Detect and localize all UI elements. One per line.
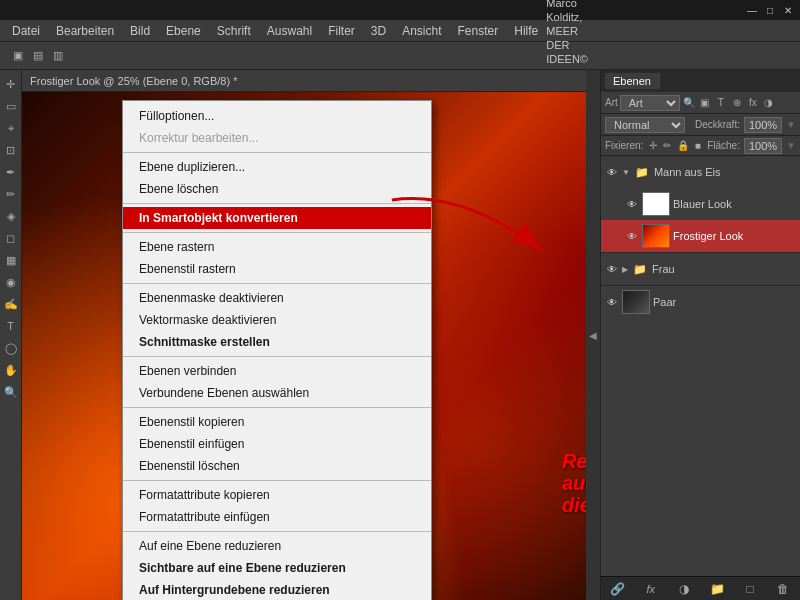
tool-blur[interactable]: ◉ — [1, 272, 21, 292]
layer-row-frostiger-look[interactable]: 👁 Frostiger Look — [601, 220, 800, 252]
tool-crop[interactable]: ⊡ — [1, 140, 21, 160]
tool-eyedropper[interactable]: ✒ — [1, 162, 21, 182]
menu-ebene[interactable]: Ebene — [158, 22, 209, 40]
opacity-arrow[interactable]: ▼ — [786, 119, 796, 130]
panel-tab-ebenen[interactable]: Ebenen — [605, 73, 660, 89]
toolbar-btn-2[interactable]: ▤ — [28, 46, 48, 66]
ctx-rastern[interactable]: Ebene rastern — [123, 236, 431, 258]
menu-auswahl[interactable]: Auswahl — [259, 22, 320, 40]
filter-icon-3[interactable]: ⊕ — [730, 96, 744, 110]
expand-icon-frau[interactable]: ▶ — [622, 265, 628, 274]
ctx-stil-einfuegen[interactable]: Ebenenstil einfügen — [123, 433, 431, 455]
filter-icon-1[interactable]: ▣ — [698, 96, 712, 110]
new-group-button[interactable]: 📁 — [707, 579, 727, 599]
layer-row-paar[interactable]: 👁 Paar — [601, 286, 800, 318]
menu-filter[interactable]: Filter — [320, 22, 363, 40]
ctx-stil-kopieren[interactable]: Ebenenstil kopieren — [123, 411, 431, 433]
opacity-value[interactable]: 100% — [744, 117, 782, 133]
ctx-verbundene[interactable]: Verbundene Ebenen auswählen — [123, 382, 431, 404]
layer-name-mann-aus-eis: Mann aus Eis — [654, 166, 796, 178]
context-menu: Fülloptionen... Korrektur bearbeiten... … — [122, 100, 432, 600]
menu-schrift[interactable]: Schrift — [209, 22, 259, 40]
tool-brush[interactable]: ✏ — [1, 184, 21, 204]
tool-hand[interactable]: ✋ — [1, 360, 21, 380]
tool-gradient[interactable]: ▦ — [1, 250, 21, 270]
tool-move[interactable]: ✛ — [1, 74, 21, 94]
ctx-loeschen[interactable]: Ebene löschen — [123, 178, 431, 200]
ctx-reduzieren[interactable]: Auf eine Ebene reduzieren — [123, 535, 431, 557]
ctx-sep-1 — [123, 152, 431, 153]
menu-ansicht[interactable]: Ansicht — [394, 22, 449, 40]
flaeche-arrow[interactable]: ▼ — [786, 140, 796, 151]
menu-fenster[interactable]: Fenster — [450, 22, 507, 40]
visibility-icon-mann[interactable]: 👁 — [605, 165, 619, 179]
canvas-filename: Frostiger Look @ 25% (Ebene 0, RGB/8) * — [30, 75, 237, 87]
link-layers-button[interactable]: 🔗 — [608, 579, 628, 599]
blend-mode-dropdown[interactable]: Normal — [605, 117, 685, 133]
layer-name-frau: Frau — [652, 263, 796, 275]
tool-select[interactable]: ▭ — [1, 96, 21, 116]
toolbar-btn-3[interactable]: ▥ — [48, 46, 68, 66]
tool-eraser[interactable]: ◻ — [1, 228, 21, 248]
visibility-icon-frostiger[interactable]: 👁 — [625, 229, 639, 243]
layer-row-mann-aus-eis[interactable]: 👁 ▼ 📁 Mann aus Eis — [601, 156, 800, 188]
fx-button[interactable]: fx — [641, 579, 661, 599]
visibility-icon-blauer[interactable]: 👁 — [625, 197, 639, 211]
fix-icon-3[interactable]: 🔒 — [677, 139, 689, 153]
ctx-maske-deaktivieren[interactable]: Ebenenmaske deaktivieren — [123, 287, 431, 309]
ctx-sep-3 — [123, 232, 431, 233]
menu-bar: Datei Bearbeiten Bild Ebene Schrift Ausw… — [0, 20, 800, 42]
left-tools-panel: ✛ ▭ ⌖ ⊡ ✒ ✏ ◈ ◻ ▦ ◉ ✍ T ◯ ✋ 🔍 — [0, 70, 22, 600]
ctx-schnittmaske[interactable]: Schnittmaske erstellen — [123, 331, 431, 353]
menu-datei[interactable]: Datei — [4, 22, 48, 40]
ctx-duplizieren[interactable]: Ebene duplizieren... — [123, 156, 431, 178]
ctx-sichtbare[interactable]: Sichtbare auf eine Ebene reduzieren — [123, 557, 431, 579]
ctx-stilrastern[interactable]: Ebenenstil rastern — [123, 258, 431, 280]
tool-stamp[interactable]: ◈ — [1, 206, 21, 226]
tool-shape[interactable]: ◯ — [1, 338, 21, 358]
flaeche-value[interactable]: 100% — [744, 138, 782, 154]
panel-collapse-button[interactable]: ◀ — [586, 70, 600, 600]
search-icon[interactable]: 🔍 — [682, 96, 696, 110]
ctx-korrektur: Korrektur bearbeiten... — [123, 127, 431, 149]
filter-icon-2[interactable]: T — [714, 96, 728, 110]
menu-3d[interactable]: 3D — [363, 22, 394, 40]
fix-icon-all[interactable]: ■ — [693, 139, 704, 153]
visibility-icon-frau[interactable]: 👁 — [605, 262, 619, 276]
layer-row-blauer-look[interactable]: 👁 Blauer Look — [601, 188, 800, 220]
user-name: Marco Kolditz, MEER DER IDEEN© — [546, 0, 588, 65]
filter-icon-5[interactable]: ◑ — [762, 96, 776, 110]
blend-mode-row: Normal Deckkraft: 100% ▼ — [601, 114, 800, 136]
ctx-sep-6 — [123, 407, 431, 408]
ctx-sep-4 — [123, 283, 431, 284]
new-layer-button[interactable]: □ — [740, 579, 760, 599]
fix-icon-1[interactable]: ✛ — [647, 139, 658, 153]
tool-lasso[interactable]: ⌖ — [1, 118, 21, 138]
ctx-vektormaske[interactable]: Vektormaske deaktivieren — [123, 309, 431, 331]
adjustment-button[interactable]: ◑ — [674, 579, 694, 599]
art-dropdown[interactable]: Art — [620, 95, 680, 111]
layer-row-frau[interactable]: 👁 ▶ 📁 Frau — [601, 253, 800, 285]
ctx-hintergrund[interactable]: Auf Hintergrundebene reduzieren — [123, 579, 431, 600]
ctx-smart-convert[interactable]: In Smartobjekt konvertieren — [123, 207, 431, 229]
visibility-icon-paar[interactable]: 👁 — [605, 295, 619, 309]
ctx-format-kopieren[interactable]: Formatattribute kopieren — [123, 484, 431, 506]
ctx-fuelloptionen[interactable]: Fülloptionen... — [123, 105, 431, 127]
ctx-sep-5 — [123, 356, 431, 357]
tool-pen[interactable]: ✍ — [1, 294, 21, 314]
menu-bild[interactable]: Bild — [122, 22, 158, 40]
expand-icon-mann[interactable]: ▼ — [622, 168, 630, 177]
ctx-stil-loeschen[interactable]: Ebenenstil löschen — [123, 455, 431, 477]
toolbar-btn-1[interactable]: ▣ — [8, 46, 28, 66]
fix-icon-2[interactable]: ✏ — [662, 139, 673, 153]
fix-label: Fixieren: — [605, 140, 643, 151]
ctx-verbinden[interactable]: Ebenen verbinden — [123, 360, 431, 382]
tool-text[interactable]: T — [1, 316, 21, 336]
delete-layer-button[interactable]: 🗑 — [773, 579, 793, 599]
layers-panel: Ebenen Art Art 🔍 ▣ T ⊕ fx ◑ Normal — [600, 70, 800, 600]
menu-bearbeiten[interactable]: Bearbeiten — [48, 22, 122, 40]
tool-zoom[interactable]: 🔍 — [1, 382, 21, 402]
filter-icon-4[interactable]: fx — [746, 96, 760, 110]
ctx-format-einfuegen[interactable]: Formatattribute einfügen — [123, 506, 431, 528]
menu-hilfe[interactable]: Hilfe — [506, 22, 546, 40]
